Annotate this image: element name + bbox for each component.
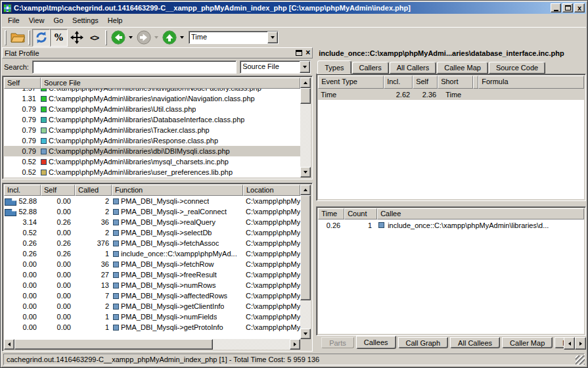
callee-row[interactable]: 0.26 1 include_once::C:\xampp\phpMyAdmin… xyxy=(318,219,584,231)
dock-close-icon[interactable]: × xyxy=(305,50,310,56)
tab-callers[interactable]: Callers xyxy=(352,62,389,74)
file-row[interactable]: 0.79C:\xampp\phpMyAdmin\libraries\Util.c… xyxy=(4,104,300,114)
column-header-self[interactable]: Self xyxy=(413,76,438,89)
function-row[interactable]: 0.260.26376PMA_DBI_Mysqli->fetchAssocC:\… xyxy=(4,238,300,248)
tab-caller-map[interactable]: Caller Map xyxy=(502,337,553,348)
column-header-short[interactable]: Short xyxy=(438,76,473,89)
close-button[interactable]: x xyxy=(574,3,585,12)
scroll-up-button[interactable] xyxy=(300,185,311,195)
group-by-selector[interactable]: Source File xyxy=(240,60,311,74)
column-header-callee[interactable]: Callee xyxy=(377,208,584,219)
combo-dropdown-button[interactable] xyxy=(300,61,310,73)
file-row[interactable]: 0.79C:\xampp\phpMyAdmin\libraries\dbi\DB… xyxy=(4,146,300,156)
scroll-left-button[interactable] xyxy=(4,339,14,350)
function-name: PMA_DBI_Mysqli->connect xyxy=(121,197,209,205)
combo-dropdown-button[interactable] xyxy=(267,32,278,43)
up-dropdown-caret[interactable] xyxy=(180,36,184,39)
tab-call-graph[interactable]: Call Graph xyxy=(398,337,449,348)
scroll-thumb[interactable] xyxy=(300,88,311,104)
scroll-track[interactable] xyxy=(300,88,311,167)
menu-file[interactable]: File xyxy=(3,15,24,26)
scroll-thumb[interactable] xyxy=(14,339,213,350)
file-row[interactable]: 0.79C:\xampp\phpMyAdmin\libraries\Respon… xyxy=(4,135,300,146)
forward-button[interactable] xyxy=(135,29,152,47)
dock-float-icon[interactable] xyxy=(296,50,302,56)
tab-callee-map[interactable]: Callee Map xyxy=(437,62,488,74)
scroll-track[interactable] xyxy=(300,195,311,329)
toolbar-grip[interactable] xyxy=(5,30,7,45)
function-icon xyxy=(378,222,384,228)
open-file-button[interactable] xyxy=(9,29,26,47)
file-row[interactable]: 0.79C:\xampp\phpMyAdmin\libraries\Databa… xyxy=(4,114,300,125)
tab-scroll-right-button[interactable] xyxy=(575,337,586,350)
tab-callees[interactable]: Callees xyxy=(356,336,396,349)
event-type-selector[interactable]: Time xyxy=(189,31,279,44)
relative-percent-toggle[interactable]: % xyxy=(50,29,68,47)
shorten-templates-toggle[interactable]: <> xyxy=(85,29,103,47)
back-dropdown-caret[interactable] xyxy=(129,36,133,39)
relative-to-parent-toggle[interactable] xyxy=(68,29,85,47)
tab-all-callees[interactable]: All Callees xyxy=(450,337,500,348)
column-header-called[interactable]: Called xyxy=(75,185,112,196)
maximize-button[interactable] xyxy=(562,3,573,12)
column-header-function[interactable]: Function xyxy=(112,185,243,196)
column-header-event-type[interactable]: Event Type xyxy=(318,76,384,89)
function-table-vscrollbar[interactable] xyxy=(300,185,311,339)
function-table-hscrollbar[interactable] xyxy=(4,339,300,350)
scroll-down-button[interactable] xyxy=(300,167,311,177)
column-header-source-file[interactable]: Source File xyxy=(41,78,300,89)
file-table-vscrollbar[interactable] xyxy=(300,78,311,177)
function-row[interactable]: 0.260.261include_once::C:\xampp\phpMyAd.… xyxy=(4,248,300,259)
toolbar-grip[interactable] xyxy=(105,30,107,45)
function-row[interactable]: 0.000.001PMA_DBI_Mysqli->numFieldsC:\xam… xyxy=(4,311,300,322)
menu-settings[interactable]: Settings xyxy=(68,15,103,26)
minimize-button[interactable] xyxy=(551,3,561,12)
column-header-formula[interactable]: Formula xyxy=(478,76,584,89)
scroll-thumb[interactable] xyxy=(300,195,311,300)
forward-dropdown-caret[interactable] xyxy=(154,36,158,39)
column-header-location[interactable]: Location xyxy=(243,185,300,196)
column-header-self[interactable]: Self xyxy=(4,78,41,89)
function-row[interactable]: 0.520.002PMA_DBI_Mysqli->selectDbC:\xamp… xyxy=(4,227,300,238)
function-row[interactable]: 0.000.0027PMA_DBI_Mysqli->freeResultC:\x… xyxy=(4,269,300,280)
column-header-count[interactable]: Count xyxy=(344,208,377,219)
function-row[interactable]: 0.000.007PMA_DBI_Mysqli->affectedRowsC:\… xyxy=(4,290,300,301)
toolbar-grip[interactable] xyxy=(28,30,30,45)
file-row[interactable]: 0.52C:\xampp\phpMyAdmin\libraries\mysql_… xyxy=(4,156,300,167)
scroll-right-button[interactable] xyxy=(290,339,300,350)
function-row[interactable]: 0.000.001PMA_DBI_Mysqli->getProtoInfoC:\… xyxy=(4,322,300,333)
function-row[interactable]: 52.880.002PMA_DBI_Mysqli->connectC:\xamp… xyxy=(4,196,300,206)
file-row[interactable]: 0.52C:\xampp\phpMyAdmin\libraries\user_p… xyxy=(4,167,300,177)
resize-grip[interactable] xyxy=(576,356,585,365)
function-row[interactable]: 0.000.0036PMA_DBI_Mysqli->fetchRowC:\xam… xyxy=(4,259,300,269)
up-button[interactable] xyxy=(160,29,178,47)
tab-source-code[interactable]: Source Code xyxy=(489,62,545,74)
menu-view[interactable]: View xyxy=(24,15,49,26)
file-row[interactable]: 1.31C:\xampp\phpMyAdmin\libraries\naviga… xyxy=(4,93,300,104)
function-row[interactable]: 0.000.002PMA_DBI_Mysqli->getClientInfoC:… xyxy=(4,301,300,311)
scroll-up-button[interactable] xyxy=(300,78,311,88)
tab-scroll-left-button[interactable] xyxy=(564,337,575,350)
scroll-down-button[interactable] xyxy=(300,329,311,339)
function-row[interactable]: 3.140.2636PMA_DBI_Mysqli->realQueryC:\xa… xyxy=(4,217,300,227)
tab-all-callers[interactable]: All Callers xyxy=(390,62,437,74)
back-button[interactable] xyxy=(109,29,127,47)
function-icon xyxy=(113,198,119,204)
function-row[interactable]: 52.880.002PMA_DBI_Mysqli->_realConnectC:… xyxy=(4,206,300,217)
file-row[interactable]: 1.57C:\xampp\phpMyAdmin\libraries\naviga… xyxy=(4,89,300,93)
location-value: C:\xampp\phpMy xyxy=(243,260,300,268)
menu-go[interactable]: Go xyxy=(49,15,68,26)
file-row[interactable]: 0.79C:\xampp\phpMyAdmin\libraries\Tracke… xyxy=(4,125,300,135)
menu-help[interactable]: Help xyxy=(103,15,127,26)
column-header-incl[interactable]: Incl. xyxy=(384,76,413,89)
function-row[interactable]: 0.000.0013PMA_DBI_Mysqli->numRowsC:\xamp… xyxy=(4,280,300,290)
scroll-track[interactable] xyxy=(14,339,290,350)
event-type-row[interactable]: Time 2.62 2.36 Time xyxy=(318,89,584,100)
column-header-incl[interactable]: Incl. xyxy=(4,185,41,196)
cycle-grouping-button[interactable] xyxy=(32,29,50,47)
tab-parts[interactable]: Parts xyxy=(321,337,354,348)
column-header-self[interactable]: Self xyxy=(41,185,75,196)
search-input[interactable] xyxy=(32,60,237,74)
tab-types[interactable]: Types xyxy=(317,60,351,74)
column-header-time[interactable]: Time xyxy=(318,208,344,219)
